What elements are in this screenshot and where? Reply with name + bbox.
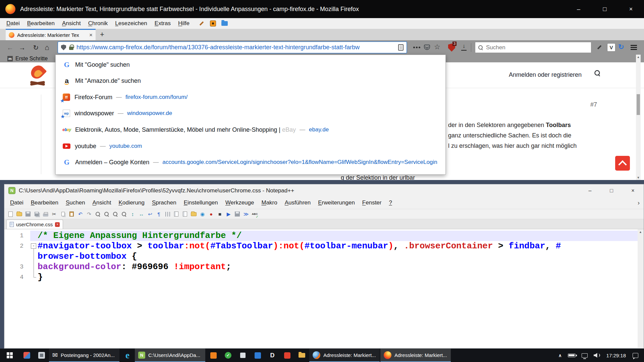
notepad-menu-fenster[interactable]: Fenster bbox=[359, 199, 385, 206]
redo-icon[interactable]: ↷ bbox=[86, 210, 93, 218]
firefox-menu-bearbeiten[interactable]: Bearbeiten bbox=[23, 20, 58, 27]
function-list-icon[interactable] bbox=[181, 210, 189, 218]
downloads-icon[interactable]: ↓ bbox=[460, 43, 468, 50]
urlbar-suggestion[interactable]: GAnmelden – Google Konten—accounts.googl… bbox=[56, 155, 445, 170]
scrollbar-up-icon[interactable]: ▲ bbox=[636, 55, 641, 59]
save-all-icon[interactable] bbox=[33, 210, 40, 218]
urlbar-suggestion[interactable]: GMit "Google" suchen bbox=[56, 57, 445, 72]
page-scrollbar[interactable]: ▲ ▼ bbox=[636, 55, 641, 180]
open-file-icon[interactable] bbox=[16, 210, 23, 218]
print-icon[interactable] bbox=[42, 210, 49, 218]
lock-icon[interactable] bbox=[69, 47, 73, 50]
sync-vertical-icon[interactable]: ↕ bbox=[129, 210, 136, 218]
notepad-menu-datei[interactable]: Datei bbox=[6, 199, 27, 206]
urlbar-suggestion[interactable]: ebayElektronik, Autos, Mode, Sammlerstüc… bbox=[56, 122, 445, 137]
notepad-menu-sprachen[interactable]: Sprachen bbox=[148, 199, 180, 206]
stop-macro-icon[interactable]: ■ bbox=[216, 210, 223, 218]
battery-icon[interactable] bbox=[565, 349, 579, 362]
action-center-icon[interactable] bbox=[630, 349, 641, 362]
signin-link[interactable]: Anmelden oder registrieren bbox=[509, 71, 582, 78]
editor-scrollbar[interactable]: ▲ bbox=[638, 229, 643, 348]
urlbar-suggestion[interactable]: youtube—youtube.com bbox=[56, 139, 445, 154]
pinned-app-7[interactable]: D bbox=[265, 349, 280, 362]
addon-icon-orange[interactable] bbox=[210, 20, 216, 26]
notepad-menu-item[interactable]: ? bbox=[385, 199, 395, 206]
bookmark-item[interactable]: Erste Schritte bbox=[15, 56, 48, 62]
forward-button[interactable]: → bbox=[17, 43, 27, 52]
firefox-menu-datei[interactable]: Datei bbox=[3, 20, 23, 27]
urlbar[interactable]: https://www.camp-firefox.de/forum/thema/… bbox=[58, 42, 407, 53]
stylus-addon-icon[interactable] bbox=[596, 44, 602, 50]
notepad-menu-ansicht[interactable]: Ansicht bbox=[89, 199, 115, 206]
camp-firefox-logo[interactable] bbox=[28, 64, 47, 85]
edge-icon[interactable]: e bbox=[120, 349, 135, 362]
notepad-tab[interactable]: userChrome.css × bbox=[6, 220, 63, 229]
notepad-menu-erweiterungen[interactable]: Erweiterungen bbox=[314, 199, 359, 206]
folder-workspace-icon[interactable] bbox=[190, 210, 197, 218]
tracking-protection-icon[interactable] bbox=[61, 45, 66, 50]
notepad-minimize-button[interactable]: – bbox=[579, 184, 601, 197]
save-icon[interactable] bbox=[24, 210, 32, 218]
page-search-icon[interactable] bbox=[594, 70, 600, 76]
start-button[interactable] bbox=[0, 349, 19, 362]
urlbar-suggestion[interactable]: wp★windowspower—windowspower.de bbox=[56, 106, 445, 121]
notepad-close-button[interactable]: × bbox=[622, 184, 644, 197]
notepad-menu-ausf-hren[interactable]: Ausführen bbox=[281, 199, 315, 206]
back-button[interactable]: ← bbox=[5, 43, 15, 52]
folder-addon-icon[interactable] bbox=[221, 21, 228, 26]
paste-icon[interactable] bbox=[68, 210, 75, 218]
new-file-icon[interactable] bbox=[7, 210, 14, 218]
notepad-titlebar[interactable]: N C:\Users\Andi\AppData\Roaming\Mozilla\… bbox=[4, 184, 644, 197]
volume-icon[interactable] bbox=[591, 349, 603, 362]
new-tab-button[interactable]: + bbox=[96, 30, 109, 39]
notepad-menu-kodierung[interactable]: Kodierung bbox=[115, 199, 148, 206]
firefox-menu-ansicht[interactable]: Ansicht bbox=[58, 20, 85, 27]
pinned-app-1[interactable] bbox=[19, 349, 34, 362]
notepad-menu-makro[interactable]: Makro bbox=[258, 199, 281, 206]
scrollbar-thumb[interactable] bbox=[637, 94, 640, 115]
editor-scrollbar-up-icon[interactable]: ▲ bbox=[638, 229, 643, 234]
firefox-menu-extras[interactable]: Extras bbox=[151, 20, 174, 27]
hamburger-menu-icon[interactable] bbox=[631, 47, 637, 48]
doc-map-icon[interactable] bbox=[173, 210, 180, 218]
firefox-menu-chronik[interactable]: Chronik bbox=[85, 20, 112, 27]
notepad-menu-werkzeuge[interactable]: Werkzeuge bbox=[222, 199, 258, 206]
reader-mode-icon[interactable] bbox=[398, 44, 404, 51]
tray-expand-button[interactable]: ∧ bbox=[555, 349, 565, 362]
task-firefox-2[interactable]: Adressleiste: Markiert... bbox=[380, 349, 451, 362]
code-editor[interactable]: 1/* Eigene Anpassung Hintergrundfarbe */… bbox=[5, 229, 643, 348]
pinned-app-5[interactable] bbox=[235, 349, 250, 362]
maximize-button[interactable]: □ bbox=[592, 0, 618, 18]
copy-icon[interactable] bbox=[59, 210, 66, 218]
urlbar-suggestion[interactable]: aMit "Amazon.de" suchen bbox=[56, 73, 445, 88]
sync-refresh-icon[interactable]: ↻ bbox=[618, 43, 624, 51]
highlighter-addon-icon[interactable] bbox=[199, 20, 205, 26]
save-macro-icon[interactable] bbox=[234, 210, 241, 218]
spell-check-icon[interactable]: ABC bbox=[251, 210, 258, 218]
notepad-maximize-button[interactable]: □ bbox=[601, 184, 622, 197]
replace-icon[interactable] bbox=[103, 210, 110, 218]
record-macro-icon[interactable]: ● bbox=[208, 210, 215, 218]
notepad-menu-bearbeiten[interactable]: Bearbeiten bbox=[27, 199, 62, 206]
monitoring-icon[interactable]: ◉ bbox=[199, 210, 206, 218]
browser-tab[interactable]: Adressleiste: Markierter Tex × bbox=[6, 29, 96, 40]
play-macro-icon[interactable]: ▶ bbox=[225, 210, 232, 218]
task-notepadpp[interactable]: NC:\Users\Andi\AppDa... bbox=[135, 349, 205, 362]
taskbar-clock[interactable]: 17:29:18 bbox=[603, 353, 630, 358]
notepad-menu-einstellungen[interactable]: Einstellungen bbox=[180, 199, 222, 206]
pinned-app-2[interactable] bbox=[34, 349, 49, 362]
tab-close-icon[interactable]: × bbox=[89, 32, 93, 39]
scrollbar-down-icon[interactable]: ▼ bbox=[636, 176, 641, 179]
zoom-out-icon[interactable] bbox=[120, 210, 127, 218]
firefox-menu-lesezeichen[interactable]: Lesezeichen bbox=[111, 20, 151, 27]
page-actions-icon[interactable] bbox=[416, 47, 418, 48]
cut-icon[interactable]: ✂ bbox=[51, 210, 58, 218]
search-bar[interactable] bbox=[475, 42, 591, 53]
pinned-app-4[interactable]: ✓ bbox=[221, 349, 235, 362]
notepad-tab-close-icon[interactable]: × bbox=[55, 222, 60, 227]
find-icon[interactable] bbox=[94, 210, 101, 218]
bookmark-star-icon[interactable]: ☆ bbox=[434, 43, 440, 51]
urlbar-suggestion[interactable]: ff★Firefox-Forum—firefox-forum.com/forum… bbox=[56, 90, 445, 105]
firefox-menu-hilfe[interactable]: Hilfe bbox=[174, 20, 193, 27]
pocket-icon[interactable] bbox=[424, 45, 430, 50]
